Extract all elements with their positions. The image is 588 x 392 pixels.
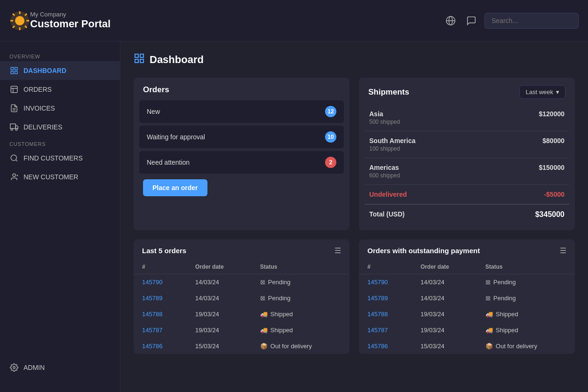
last5orders-col-status: Status — [252, 260, 350, 274]
outstanding-col-id: # — [359, 260, 412, 274]
shipment-sub-americas: 600 shipped — [369, 172, 400, 179]
outstanding-title: Orders with outstanding payment — [367, 247, 480, 255]
order-link[interactable]: 145789 — [367, 295, 388, 302]
shipment-name-total: Total (USD) — [369, 210, 405, 218]
sidebar-item-find-customers[interactable]: FIND CUSTOMERS — [0, 149, 120, 168]
outstanding-expand-icon[interactable]: ☰ — [560, 246, 566, 255]
delivery-icon: 📦 — [260, 343, 268, 350]
shipment-row-south-america: South America 100 shipped $80000 — [365, 131, 569, 158]
outstanding-header: Orders with outstanding payment ☰ — [359, 240, 575, 260]
table-row: 145789 14/03/24 ⊠Pending — [134, 290, 350, 306]
order-date-cell: 19/03/24 — [187, 306, 252, 322]
order-link[interactable]: 145787 — [142, 327, 162, 334]
order-link[interactable]: 145788 — [367, 311, 388, 318]
order-row-new[interactable]: New 12 — [139, 100, 344, 123]
sidebar-item-new-customer[interactable]: NEW CUSTOMER — [0, 168, 120, 186]
svg-point-24 — [11, 128, 13, 130]
admin-icon — [9, 363, 19, 372]
shipments-dropdown[interactable]: Last week ▾ — [519, 85, 565, 99]
order-id-cell: 145788 — [359, 306, 412, 322]
order-link[interactable]: 145790 — [142, 279, 162, 286]
shipments-dropdown-label: Last week — [525, 88, 553, 96]
status-label: Pending — [268, 279, 291, 286]
order-link[interactable]: 145787 — [367, 327, 388, 334]
svg-line-27 — [16, 160, 17, 161]
sidebar-item-admin[interactable]: ADMIN — [0, 358, 120, 377]
outstanding-col-status: Status — [477, 260, 575, 274]
order-row-waiting[interactable]: Waiting for approval 10 — [139, 126, 344, 148]
svg-rect-16 — [11, 72, 13, 74]
search-input[interactable] — [485, 13, 579, 29]
shipped-icon: 🚚 — [485, 327, 493, 334]
last5orders-expand-icon[interactable]: ☰ — [334, 246, 341, 255]
status-label: Pending — [268, 295, 291, 302]
svg-rect-32 — [135, 54, 138, 57]
shipped-icon: 🚚 — [260, 327, 268, 334]
order-id-cell: 145787 — [134, 322, 187, 338]
order-status-cell: 🚚Shipped — [252, 322, 350, 338]
svg-point-1 — [15, 16, 24, 25]
sidebar-item-dashboard[interactable]: DASHBOARD — [0, 61, 120, 80]
last5orders-panel: Last 5 orders ☰ # Order date Status 1457… — [134, 240, 350, 354]
order-id-cell: 145789 — [359, 290, 412, 306]
order-status-cell: 🚚Shipped — [477, 306, 575, 322]
shipment-row-undelivered: Undelivered -$5000 — [365, 185, 569, 204]
svg-point-26 — [11, 155, 16, 160]
order-date-cell: 14/03/24 — [412, 290, 477, 306]
globe-icon[interactable] — [443, 13, 458, 28]
outstanding-panel: Orders with outstanding payment ☰ # Orde… — [359, 240, 575, 354]
order-date-cell: 14/03/24 — [187, 274, 252, 290]
sidebar-item-orders-label: ORDERS — [24, 86, 52, 93]
order-row-new-badge: 12 — [325, 106, 336, 117]
shipment-sub-south-america: 100 shipped — [369, 145, 415, 152]
sidebar-item-orders[interactable]: ORDERS — [0, 80, 120, 99]
shipment-amount-undelivered: -$5000 — [544, 191, 564, 198]
svg-rect-13 — [11, 67, 13, 70]
order-id-cell: 145786 — [134, 338, 187, 354]
order-link[interactable]: 145788 — [142, 311, 162, 318]
sidebar-item-deliveries[interactable]: DELIVERIES — [0, 118, 120, 136]
shipment-amount-americas: $150000 — [539, 164, 564, 171]
order-status-cell: ⊠Pending — [477, 274, 575, 290]
shipment-row-americas: Americas 600 shipped $150000 — [365, 158, 569, 185]
sidebar-item-invoices-label: INVOICES — [24, 104, 55, 112]
last5orders-header: Last 5 orders ☰ — [134, 240, 350, 260]
last5orders-title: Last 5 orders — [142, 247, 186, 255]
place-order-button[interactable]: Place an order — [143, 179, 207, 196]
pending-icon: ⊠ — [485, 279, 491, 286]
status-label: Pending — [493, 295, 516, 302]
order-link[interactable]: 145789 — [142, 295, 162, 302]
order-row-attention[interactable]: Need attention 2 — [139, 151, 344, 174]
shipment-amount-asia: $120000 — [539, 110, 564, 118]
shipped-icon: 🚚 — [260, 311, 268, 318]
order-date-cell: 14/03/24 — [187, 290, 252, 306]
chat-icon[interactable] — [464, 13, 479, 28]
sidebar-item-invoices[interactable]: INVOICES — [0, 99, 120, 118]
last5orders-col-id: # — [134, 260, 187, 274]
order-link[interactable]: 145790 — [367, 279, 388, 286]
outstanding-col-date: Order date — [412, 260, 477, 274]
overview-section-label: Overview — [0, 49, 120, 61]
company-name: My Company Customer Portal — [30, 11, 111, 30]
shipments-header: Shipments Last week ▾ — [359, 78, 575, 104]
sidebar-item-new-customer-label: NEW CUSTOMER — [24, 173, 78, 181]
order-status-cell: 🚚Shipped — [477, 322, 575, 338]
page-header: Dashboard — [134, 53, 575, 66]
customers-section-label: Customers — [0, 136, 120, 149]
shipment-rows: Asia 500 shipped $120000 South America 1… — [359, 104, 575, 230]
status-label: Shipped — [496, 327, 518, 334]
order-id-cell: 145787 — [359, 322, 412, 338]
sidebar-item-dashboard-label: DASHBOARD — [24, 67, 66, 74]
find-customers-icon — [9, 153, 19, 163]
order-status-cell: ⊠Pending — [252, 274, 350, 290]
order-date-cell: 15/03/24 — [187, 338, 252, 354]
order-link[interactable]: 145786 — [367, 343, 388, 350]
order-link[interactable]: 145786 — [142, 343, 162, 350]
shipment-name-americas: Americas — [369, 164, 400, 171]
company-logo — [9, 10, 30, 31]
tables-grid: Last 5 orders ☰ # Order date Status 1457… — [134, 240, 575, 354]
order-id-cell: 145790 — [359, 274, 412, 290]
last5orders-col-date: Order date — [187, 260, 252, 274]
deliveries-icon — [9, 122, 19, 132]
order-row-waiting-badge: 10 — [325, 131, 336, 143]
